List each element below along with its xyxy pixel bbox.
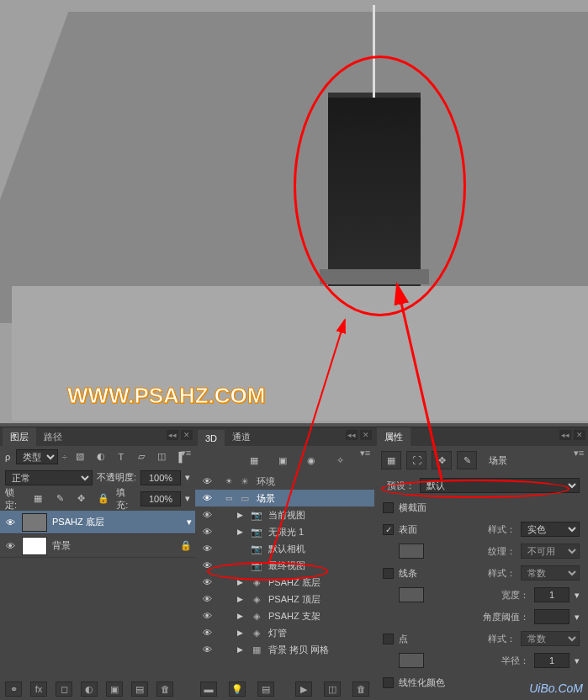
stepper-icon[interactable]: ▾ <box>575 655 580 666</box>
expand-icon[interactable]: ▭ <box>225 494 233 502</box>
tab-properties[interactable]: 属性 <box>377 427 411 446</box>
expand-icon[interactable]: ▶ <box>237 578 245 586</box>
tree-item[interactable]: 👁▶📷当前视图 <box>195 506 374 523</box>
cross-section-checkbox[interactable] <box>383 502 394 513</box>
mesh-icon[interactable]: ⛶ <box>406 451 426 469</box>
visibility-icon[interactable]: 👁 <box>200 493 214 503</box>
lines-checkbox[interactable] <box>383 568 394 579</box>
lock-trans-icon[interactable]: ▦ <box>29 490 47 508</box>
delete-icon[interactable]: 🗑 <box>156 681 173 697</box>
visibility-icon[interactable]: 👁 <box>200 544 214 554</box>
visibility-icon[interactable]: 👁 <box>200 527 214 537</box>
panel-menu-icon[interactable]: ▾≡ <box>180 448 192 458</box>
points-checkbox[interactable] <box>383 634 394 644</box>
paint-icon[interactable]: ✎ <box>457 451 477 469</box>
filter-type-icon[interactable]: T <box>113 448 129 466</box>
width-input[interactable] <box>534 587 569 602</box>
expand-icon[interactable]: ▶ <box>237 612 245 620</box>
filter-shape-icon[interactable]: ▱ <box>133 448 149 466</box>
expand-icon[interactable]: ☀ <box>225 477 233 485</box>
collapse-icon[interactable]: ◂◂ <box>346 430 358 440</box>
ground-icon[interactable]: ▬ <box>200 681 217 697</box>
linearize-checkbox[interactable] <box>383 677 394 688</box>
filter-adjust-icon[interactable]: ◐ <box>93 448 109 466</box>
visibility-icon[interactable]: 👁 <box>200 611 214 621</box>
collapse-icon[interactable]: ◂◂ <box>559 430 571 440</box>
lines-swatch[interactable] <box>399 587 424 602</box>
mask-icon[interactable]: ◻ <box>56 681 72 697</box>
filter-kind-select[interactable]: 类型 <box>16 449 58 464</box>
new-layer-icon[interactable]: ▤ <box>131 681 148 697</box>
tree-item[interactable]: 👁▶◈PSAHZ 底层 <box>195 574 374 591</box>
fill-input[interactable] <box>140 491 181 506</box>
panel-menu-icon[interactable]: ▾≡ <box>573 448 585 458</box>
stepper-icon[interactable]: ▾ <box>575 612 580 623</box>
tree-item[interactable]: 👁▭▭场景 <box>195 490 374 506</box>
expand-icon[interactable]: ▶ <box>237 595 245 603</box>
preset-select[interactable]: 默认 <box>420 478 580 493</box>
expand-icon[interactable]: ▶ <box>237 528 245 536</box>
filter-light-icon[interactable]: ✧ <box>331 451 349 469</box>
render-icon[interactable]: ▶ <box>295 681 312 697</box>
delete-icon[interactable]: 🗑 <box>352 681 369 697</box>
tree-item[interactable]: 👁📷最终视图 <box>195 557 374 574</box>
tab-paths[interactable]: 路径 <box>36 427 70 446</box>
visibility-icon[interactable]: 👁 <box>3 517 17 528</box>
visibility-icon[interactable]: 👁 <box>200 577 214 587</box>
group-icon[interactable]: ▣ <box>106 681 123 697</box>
surface-style-select[interactable]: 实色 <box>521 522 580 537</box>
visibility-icon[interactable]: 👁 <box>200 594 214 604</box>
layer-thumb[interactable] <box>22 537 47 555</box>
filter-smart-icon[interactable]: ◫ <box>154 448 170 466</box>
tree-item[interactable]: 👁▶◈灯管 <box>195 624 374 641</box>
filter-pixel-icon[interactable]: ▧ <box>72 448 88 466</box>
stepper-icon[interactable]: ▾ <box>575 590 580 601</box>
expand-icon[interactable]: ▶ <box>237 511 245 519</box>
visibility-icon[interactable]: 👁 <box>3 541 17 551</box>
layer-row[interactable]: 👁 PSAHZ 底层 ▾ <box>0 511 195 534</box>
expand-icon[interactable]: ▶ <box>237 645 245 654</box>
opacity-flyout-icon[interactable]: ▾ <box>185 472 190 483</box>
fill-flyout-icon[interactable]: ▾ <box>185 493 190 504</box>
filter-scene-icon[interactable]: ▦ <box>245 451 263 469</box>
visibility-icon[interactable]: 👁 <box>200 644 214 655</box>
visibility-icon[interactable]: 👁 <box>200 628 214 638</box>
layer-thumb[interactable] <box>22 513 47 532</box>
lock-all-icon[interactable]: 🔒 <box>94 490 112 508</box>
collapse-icon[interactable]: ◂◂ <box>167 430 178 440</box>
filter-material-icon[interactable]: ◉ <box>302 451 320 469</box>
radius-input[interactable] <box>534 653 569 668</box>
tab-channels[interactable]: 通道 <box>225 427 258 446</box>
visibility-icon[interactable]: 👁 <box>200 560 214 570</box>
surface-checkbox[interactable]: ✓ <box>383 524 394 535</box>
panel-menu-icon[interactable]: ▾≡ <box>359 448 371 458</box>
opacity-input[interactable] <box>140 470 181 485</box>
new-obj-icon[interactable]: ▤ <box>257 681 274 697</box>
expand-icon[interactable]: ▶ <box>237 628 245 637</box>
points-swatch[interactable] <box>399 653 424 668</box>
tree-item[interactable]: 👁▶◈PSAHZ 支架 <box>195 607 374 624</box>
viewport-3d[interactable]: WWW.PSAHZ.COM <box>0 0 588 423</box>
tab-3d[interactable]: 3D <box>198 430 225 446</box>
blend-mode-select[interactable]: 正常 <box>5 470 93 485</box>
tree-item[interactable]: 👁📷默认相机 <box>195 540 374 557</box>
close-icon[interactable]: ✕ <box>181 430 193 440</box>
layer-name[interactable]: 背景 <box>52 539 71 552</box>
new-icon[interactable]: ◫ <box>324 681 341 697</box>
adjustment-icon[interactable]: ◐ <box>81 681 98 697</box>
filter-mesh-icon[interactable]: ▣ <box>273 451 292 469</box>
close-icon[interactable]: ✕ <box>360 430 372 440</box>
scene-icon[interactable]: ▦ <box>381 451 401 469</box>
surface-swatch[interactable] <box>399 544 424 559</box>
layer-row[interactable]: 👁 背景 🔒 <box>0 534 195 558</box>
light-icon[interactable]: 💡 <box>229 681 246 697</box>
fx-icon[interactable]: fx <box>30 681 47 697</box>
visibility-icon[interactable]: 👁 <box>200 510 214 520</box>
tab-layers[interactable]: 图层 <box>3 427 36 446</box>
tree-item[interactable]: 👁☀☀环境 <box>195 473 374 490</box>
lock-pos-icon[interactable]: ✥ <box>72 490 90 508</box>
lock-paint-icon[interactable]: ✎ <box>51 490 69 508</box>
link-layers-icon[interactable]: ⚭ <box>5 681 22 697</box>
close-icon[interactable]: ✕ <box>574 430 585 440</box>
tree-item[interactable]: 👁▶📷无限光 1 <box>195 523 374 540</box>
